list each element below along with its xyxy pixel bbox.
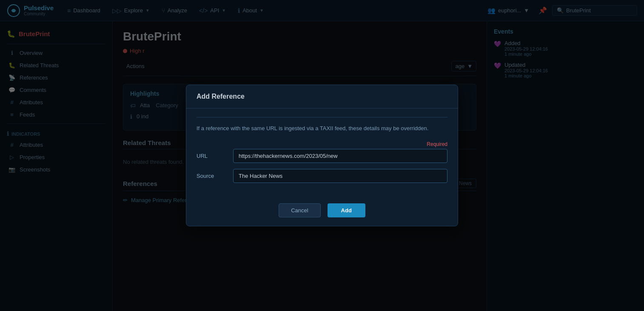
modal-overlay[interactable]: Add Reference If a reference with the sa… xyxy=(0,0,644,311)
modal-footer: Cancel Add xyxy=(186,197,458,226)
url-label: URL xyxy=(197,153,226,159)
cancel-button[interactable]: Cancel xyxy=(279,203,320,217)
modal-required-label: Required xyxy=(197,141,447,147)
modal-divider xyxy=(197,117,447,117)
modal-body: If a reference with the same URL is inge… xyxy=(186,108,458,198)
add-reference-modal: Add Reference If a reference with the sa… xyxy=(186,85,458,227)
modal-title: Add Reference xyxy=(197,93,245,100)
modal-header: Add Reference xyxy=(186,85,458,108)
add-button[interactable]: Add xyxy=(328,203,365,217)
modal-info-text: If a reference with the same URL is inge… xyxy=(197,124,447,133)
url-input[interactable] xyxy=(233,149,447,163)
modal-source-field: Source xyxy=(197,169,447,183)
source-input[interactable] xyxy=(233,169,447,183)
modal-url-field: URL xyxy=(197,149,447,163)
source-label: Source xyxy=(197,173,226,179)
